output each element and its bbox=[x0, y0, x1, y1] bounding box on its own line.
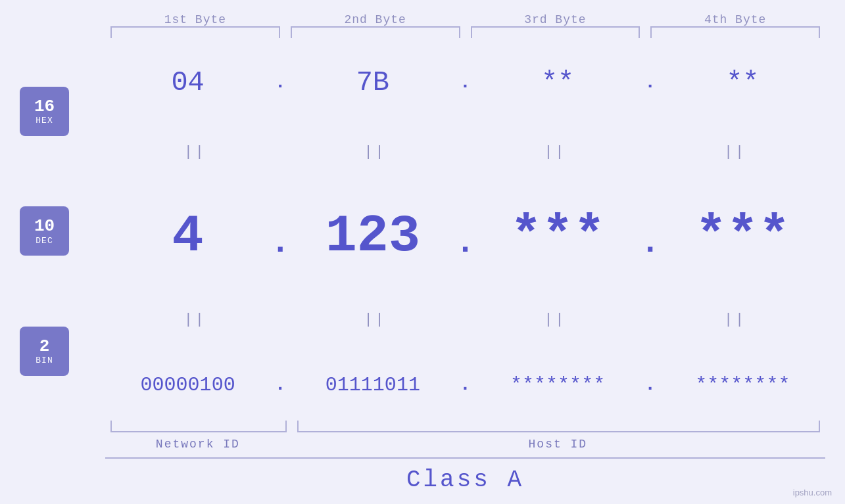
network-bracket bbox=[110, 421, 287, 432]
bin-val-4: ******** bbox=[695, 374, 790, 396]
data-grid: 04 . 7B . ** . ** || || || || bbox=[105, 45, 825, 418]
bin-dot-1: . bbox=[270, 375, 290, 395]
hex-val-4: ** bbox=[726, 67, 759, 99]
bracket-2 bbox=[291, 26, 460, 38]
eq-4: || bbox=[645, 143, 825, 162]
hex-cell-2: 7B bbox=[290, 67, 455, 99]
bin-dot-3: . bbox=[640, 375, 660, 395]
badges-column: 16 HEX 10 DEC 2 BIN bbox=[20, 45, 105, 418]
hex-cell-4: ** bbox=[660, 67, 825, 99]
bottom-brackets bbox=[105, 421, 825, 432]
bin-cell-2: 01111011 bbox=[290, 374, 455, 396]
dec-dot-3: . bbox=[640, 224, 660, 262]
dec-badge-num: 10 bbox=[34, 217, 55, 236]
watermark: ipshu.com bbox=[793, 488, 832, 497]
hex-badge-label: HEX bbox=[36, 116, 53, 126]
dec-cell-4: *** bbox=[660, 206, 825, 266]
hex-row: 04 . 7B . ** . ** bbox=[105, 67, 825, 99]
content-area: 16 HEX 10 DEC 2 BIN 04 . 7B bbox=[20, 45, 825, 418]
equals-row-2: || || || || bbox=[105, 310, 825, 330]
bin-val-3: ******** bbox=[510, 374, 605, 396]
hex-val-1: 04 bbox=[171, 67, 204, 99]
byte-headers: 1st Byte 2nd Byte 3rd Byte 4th Byte bbox=[20, 13, 825, 26]
network-id-label: Network ID bbox=[110, 438, 285, 451]
dec-val-2: 123 bbox=[326, 206, 420, 266]
dec-dot-1: . bbox=[270, 224, 290, 262]
hex-dot-2: . bbox=[456, 72, 475, 93]
dec-badge: 10 DEC bbox=[20, 206, 69, 256]
hex-val-3: ** bbox=[541, 67, 574, 99]
top-brackets bbox=[20, 26, 825, 38]
hex-dot-1: . bbox=[270, 72, 290, 93]
eq-3: || bbox=[466, 143, 646, 162]
eq-2: || bbox=[285, 143, 466, 162]
eq-1: || bbox=[105, 143, 285, 162]
eq2-1: || bbox=[105, 310, 285, 330]
byte-header-1: 1st Byte bbox=[105, 13, 285, 26]
bottom-section: Network ID Host ID bbox=[20, 421, 825, 451]
bin-row: 00000100 . 01111011 . ******** . *******… bbox=[105, 374, 825, 396]
hex-cell-1: 04 bbox=[105, 67, 270, 99]
bin-val-1: 00000100 bbox=[141, 374, 235, 396]
dec-row: 4 . 123 . *** . *** bbox=[105, 206, 825, 266]
dec-val-1: 4 bbox=[172, 206, 204, 266]
bin-cell-3: ******** bbox=[475, 374, 640, 396]
equals-row-1: || || || || bbox=[105, 143, 825, 162]
hex-cell-3: ** bbox=[475, 67, 640, 99]
dec-cell-1: 4 bbox=[105, 206, 270, 266]
byte-header-2: 2nd Byte bbox=[285, 13, 466, 26]
eq2-4: || bbox=[645, 310, 825, 330]
dec-cell-3: *** bbox=[475, 206, 640, 266]
dec-badge-label: DEC bbox=[36, 236, 53, 246]
byte-header-4: 4th Byte bbox=[645, 13, 825, 26]
class-label: Class A bbox=[105, 463, 825, 497]
class-bar: Class A bbox=[20, 457, 825, 497]
host-bracket bbox=[297, 421, 820, 432]
bin-cell-4: ******** bbox=[660, 374, 825, 396]
class-bracket-line bbox=[105, 457, 825, 459]
dec-cell-2: 123 bbox=[290, 206, 455, 266]
eq2-2: || bbox=[285, 310, 466, 330]
bracket-1 bbox=[110, 26, 280, 38]
byte-header-3: 3rd Byte bbox=[466, 13, 646, 26]
hex-badge-num: 16 bbox=[34, 97, 55, 116]
bin-val-2: 01111011 bbox=[326, 374, 420, 396]
host-id-label: Host ID bbox=[296, 438, 820, 451]
bin-badge-num: 2 bbox=[39, 337, 50, 356]
hex-val-2: 7B bbox=[356, 67, 389, 99]
bin-badge-label: BIN bbox=[36, 355, 53, 365]
eq2-3: || bbox=[466, 310, 646, 330]
main-container: 1st Byte 2nd Byte 3rd Byte 4th Byte 16 H… bbox=[0, 0, 845, 504]
bottom-labels: Network ID Host ID bbox=[105, 438, 825, 451]
dec-val-3: *** bbox=[510, 206, 605, 266]
bracket-4 bbox=[650, 26, 820, 38]
bin-badge: 2 BIN bbox=[20, 327, 69, 376]
bin-dot-2: . bbox=[456, 375, 475, 395]
dec-dot-2: . bbox=[456, 224, 475, 262]
dec-val-4: *** bbox=[695, 206, 790, 266]
hex-badge: 16 HEX bbox=[20, 87, 69, 136]
bin-cell-1: 00000100 bbox=[105, 374, 270, 396]
hex-dot-3: . bbox=[640, 72, 660, 93]
bracket-3 bbox=[471, 26, 640, 38]
